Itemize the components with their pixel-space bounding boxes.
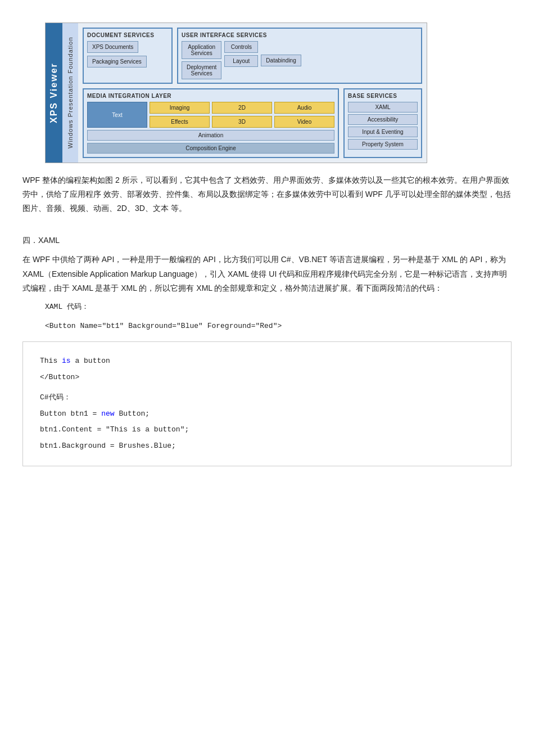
code-line1-colored: is: [62, 357, 71, 365]
code-line4-pre: Button btn1 =: [40, 410, 101, 418]
section4: 四．XAML 在 WPF 中供给了两种 API，一种是用于一般编程的 API，比…: [22, 234, 512, 333]
xaml-precode: <Button Name="bt1" Background="Blue" For…: [45, 320, 512, 332]
input-eventing-item: Input & Eventing: [348, 127, 418, 137]
layout-item: Layout: [224, 55, 258, 67]
code-line2: </Button>: [40, 370, 494, 386]
base-services-title: BASE SERVICES: [348, 93, 418, 99]
controls-item: Controls: [224, 41, 258, 53]
xaml-item: XAML: [348, 102, 418, 112]
code-line1-pre: This: [40, 357, 62, 365]
property-system-item: Property System: [348, 139, 418, 150]
text-item: Text: [87, 102, 147, 128]
media-grid: Imaging 2D Text Audio Effects 3D Video: [87, 102, 334, 128]
base-services-section: BASE SERVICES XAML Accessibility Input &…: [343, 88, 422, 158]
3d-item: 3D: [212, 116, 272, 128]
accessibility-item: Accessibility: [348, 114, 418, 125]
ui-services-items: ApplicationServices DeploymentServices C…: [182, 41, 418, 79]
code-line1-rest: a button: [71, 357, 110, 365]
diagram-content: DOCUMENT SERVICES XPS Documents Packagin…: [78, 23, 427, 163]
app-services-item: ApplicationServices: [182, 41, 221, 59]
code-line5-text: btn1.Content = "This is a button";: [40, 425, 189, 434]
code-line6-text: btn1.Background = Brushes.Blue;: [40, 442, 176, 450]
paragraph1-section: WPF 整体的编程架构如图 2 所示，可以看到，它其中包含了 文档效劳、用户界面…: [22, 173, 512, 216]
effects-item: Effects: [150, 116, 210, 128]
media-section: MEDIA INTEGRATION LAYER Imaging 2D Text …: [83, 88, 339, 158]
xps-docs-item: XPS Documents: [87, 41, 138, 53]
ui-services-section: USER INTERFACE SERVICES ApplicationServi…: [177, 28, 422, 84]
media-title: MEDIA INTEGRATION LAYER: [87, 93, 334, 99]
section4-heading: 四．XAML: [22, 234, 512, 248]
code-line3-text: C#代码：: [40, 393, 71, 402]
code-line1: This is a button: [40, 353, 494, 370]
audio-item: Audio: [274, 102, 334, 114]
wpf-architecture-diagram: XPS Viewer Windows Presentation Foundati…: [45, 22, 427, 163]
packaging-services-item: Packaging Services: [87, 56, 147, 68]
code-line2-text: </Button>: [40, 373, 79, 381]
composition-item: Composition Engine: [87, 143, 334, 154]
xps-viewer-label: XPS Viewer: [46, 23, 62, 163]
paragraph2-text: 在 WPF 中供给了两种 API，一种是用于一般编程的 API，比方我们可以用 …: [22, 253, 512, 295]
video-item: Video: [274, 116, 334, 128]
ui-services-title: USER INTERFACE SERVICES: [182, 32, 418, 38]
base-services-items: XAML Accessibility Input & Eventing Prop…: [348, 102, 418, 150]
code-line3: C#代码：: [40, 390, 494, 406]
code-line4-post: Button;: [115, 410, 150, 418]
databinding-item: Databinding: [261, 55, 301, 66]
doc-services-section: DOCUMENT SERVICES XPS Documents Packagin…: [83, 28, 173, 84]
diagram-top-row: DOCUMENT SERVICES XPS Documents Packagin…: [83, 28, 422, 84]
code-line4: Button btn1 = new Button;: [40, 406, 494, 422]
code-line6: btn1.Background = Brushes.Blue;: [40, 438, 494, 454]
2d-item: 2D: [212, 102, 272, 114]
animation-item: Animation: [87, 130, 334, 141]
doc-services-items: XPS Documents Packaging Services: [87, 41, 168, 68]
xaml-label: XAML 代码：: [45, 301, 512, 313]
wpf-label: Windows Presentation Foundation: [62, 23, 78, 163]
code-line4-colored: new: [101, 410, 114, 418]
imaging-item: Imaging: [150, 102, 210, 114]
paragraph1-text: WPF 整体的编程架构如图 2 所示，可以看到，它其中包含了 文档效劳、用户界面…: [22, 173, 512, 216]
deploy-services-item: DeploymentServices: [182, 61, 221, 79]
code-block: This is a button </Button> C#代码： Button …: [22, 341, 512, 466]
code-line5: btn1.Content = "This is a button";: [40, 422, 494, 438]
doc-services-title: DOCUMENT SERVICES: [87, 32, 168, 38]
diagram-bottom-row: MEDIA INTEGRATION LAYER Imaging 2D Text …: [83, 88, 422, 158]
